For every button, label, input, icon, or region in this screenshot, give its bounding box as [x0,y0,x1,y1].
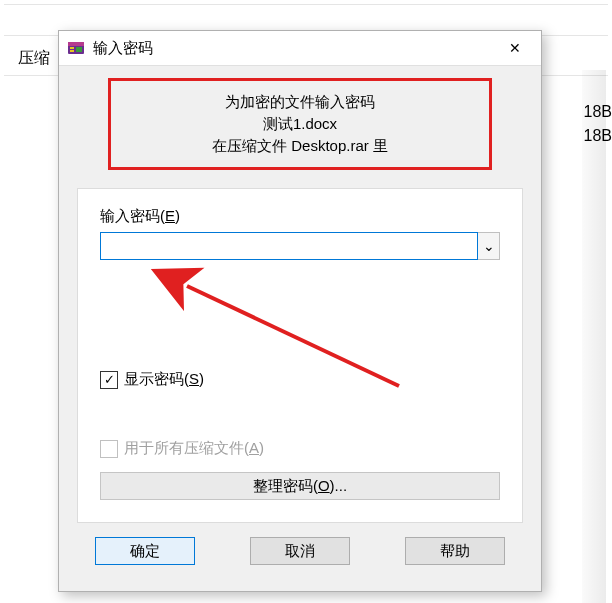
cancel-button[interactable]: 取消 [250,537,350,565]
close-icon: ✕ [509,40,521,56]
password-combobox: ⌄ [100,232,500,260]
show-password-label: 显示密码(S) [124,370,204,389]
annotation-highlight-box: 为加密的文件输入密码 测试1.docx 在压缩文件 Desktop.rar 里 [108,78,492,170]
svg-rect-1 [68,42,84,46]
dialog-buttons: 确定 取消 帮助 [77,523,523,565]
use-for-all-row: 用于所有压缩文件(A) [100,439,500,458]
prompt-archive: 在压缩文件 Desktop.rar 里 [125,135,475,157]
bg-right-shadow [582,70,606,603]
use-for-all-label: 用于所有压缩文件(A) [124,439,264,458]
help-button[interactable]: 帮助 [405,537,505,565]
bg-divider [4,4,608,5]
winrar-icon [67,39,85,57]
ok-button[interactable]: 确定 [95,537,195,565]
password-dropdown-button[interactable]: ⌄ [478,232,500,260]
password-group: 输入密码(E) ⌄ 显示密码(S) 用于所有压缩文件(A) [77,188,523,523]
password-input[interactable] [100,232,478,260]
password-dialog: 输入密码 ✕ 为加密的文件输入密码 测试1.docx 在压缩文件 Desktop… [58,30,542,592]
prompt-line: 为加密的文件输入密码 [125,91,475,113]
dialog-title: 输入密码 [93,39,495,58]
prompt-filename: 测试1.docx [125,113,475,135]
svg-rect-4 [76,47,82,52]
password-label: 输入密码(E) [100,207,500,226]
titlebar[interactable]: 输入密码 ✕ [59,31,541,66]
svg-rect-2 [70,47,74,49]
organize-passwords-button[interactable]: 整理密码(O)... [100,472,500,500]
svg-rect-3 [70,50,74,52]
bg-left-label: 压缩 [18,48,50,69]
show-password-checkbox[interactable] [100,371,118,389]
close-button[interactable]: ✕ [495,34,535,62]
chevron-down-icon: ⌄ [483,238,495,254]
use-for-all-checkbox [100,440,118,458]
dialog-client: 为加密的文件输入密码 测试1.docx 在压缩文件 Desktop.rar 里 … [59,66,541,591]
show-password-row[interactable]: 显示密码(S) [100,370,500,389]
